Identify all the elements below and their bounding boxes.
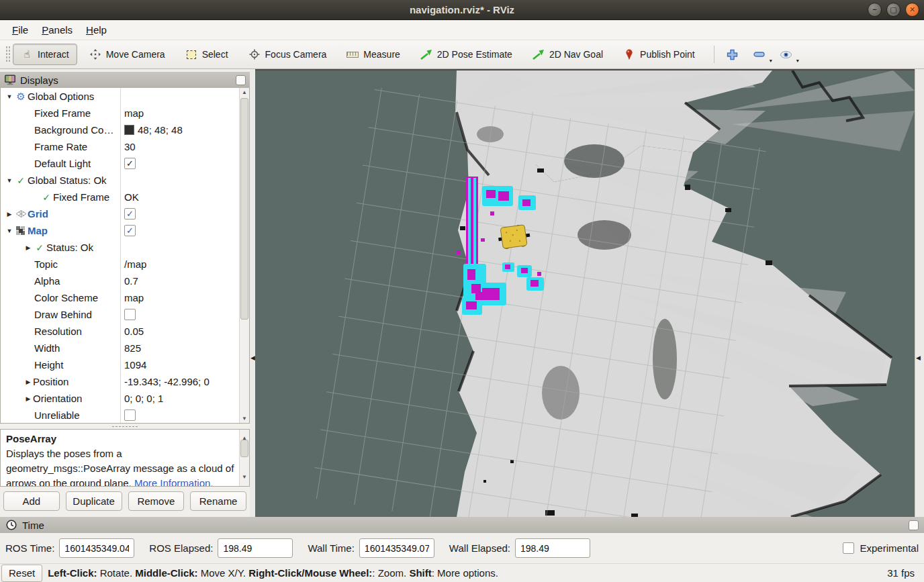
checkbox[interactable]: ✓	[124, 158, 136, 169]
property-value[interactable]: map	[120, 107, 249, 119]
property-value[interactable]: 30	[120, 141, 249, 152]
property-value[interactable]: OK	[120, 191, 249, 203]
tool-interact[interactable]: ☝Interact	[13, 44, 77, 65]
property-value[interactable]: 0.7	[120, 275, 249, 287]
scroll-up-icon[interactable]: ▲	[240, 89, 249, 95]
rename-button[interactable]: Rename	[190, 491, 246, 511]
render-viewport-3d[interactable]	[255, 69, 915, 517]
tool-publish-point[interactable]: Publish Point	[615, 44, 703, 65]
value-text[interactable]: OK	[124, 191, 139, 203]
time-field-input[interactable]	[515, 538, 590, 558]
tree-row-frame-rate[interactable]: Frame Rate30	[1, 138, 249, 155]
value-text[interactable]: 825	[124, 342, 141, 354]
experimental-checkbox[interactable]	[843, 542, 854, 554]
property-value[interactable]: -19.343; -42.996; 0	[120, 376, 249, 387]
panel-float-button[interactable]	[909, 520, 919, 530]
dropdown-arrow-icon[interactable]: ▾	[796, 58, 799, 64]
tree-row-width[interactable]: Width825	[1, 340, 249, 356]
property-value[interactable]: ✓	[120, 158, 249, 169]
value-text[interactable]: 0.05	[124, 326, 144, 337]
scroll-thumb[interactable]	[240, 440, 248, 457]
tree-row-topic[interactable]: Topic/map	[1, 256, 249, 273]
expand-right-panel-arrow-icon[interactable]: ◀	[916, 354, 921, 361]
collapse-arrow-icon[interactable]: ▶	[24, 244, 33, 251]
scroll-down-icon[interactable]: ▼	[240, 416, 249, 422]
tree-row-global-status-ok[interactable]: ▼✓Global Status: Ok	[1, 172, 249, 189]
value-text[interactable]: 0.7	[124, 275, 138, 287]
property-value[interactable]: 1094	[120, 359, 249, 371]
collapse-left-arrow-icon[interactable]: ◀	[250, 354, 255, 361]
tree-row-resolution[interactable]: Resolution0.05	[1, 323, 249, 340]
property-value[interactable]	[120, 409, 249, 421]
tree-row-fixed-frame[interactable]: Fixed Framemap	[1, 105, 249, 122]
collapse-arrow-icon[interactable]: ▶	[5, 211, 14, 217]
panel-resize-handle[interactable]: ◀	[250, 69, 255, 517]
add-tool-button[interactable]	[721, 46, 744, 62]
value-text[interactable]: map	[124, 292, 144, 303]
checkbox[interactable]	[124, 309, 136, 320]
time-field-input[interactable]	[218, 538, 293, 558]
duplicate-button[interactable]: Duplicate	[66, 491, 122, 511]
value-text[interactable]: 0; 0; 0; 1	[124, 393, 163, 404]
checkbox[interactable]: ✓	[124, 225, 136, 236]
value-text[interactable]: 30	[124, 141, 136, 152]
property-value[interactable]: /map	[120, 258, 249, 270]
value-text[interactable]: map	[124, 107, 144, 119]
property-value[interactable]: ✓	[120, 225, 249, 236]
property-value[interactable]: 48; 48; 48	[120, 124, 249, 136]
remove-tool-button[interactable]: ▾	[748, 46, 771, 62]
tree-row-background-co-[interactable]: Background Co…48; 48; 48	[1, 122, 249, 138]
expand-arrow-icon[interactable]: ▼	[5, 93, 14, 100]
tree-row-fixed-frame[interactable]: ✓Fixed FrameOK	[1, 189, 249, 205]
tool-2d-nav-goal[interactable]: 2D Nav Goal	[524, 44, 611, 65]
collapse-arrow-icon[interactable]: ▶	[24, 395, 33, 402]
tree-row-grid[interactable]: ▶Grid✓	[1, 205, 249, 222]
tree-scrollbar[interactable]: ▲ ▼	[239, 88, 249, 423]
displays-panel-header[interactable]: Displays	[0, 72, 250, 88]
titlebar[interactable]: navigation.rviz* - RViz −▢✕	[0, 0, 924, 20]
close-button[interactable]: ✕	[905, 3, 919, 17]
checkbox[interactable]	[124, 409, 136, 421]
menu-file[interactable]: File	[5, 21, 35, 38]
checkbox[interactable]: ✓	[124, 208, 136, 220]
property-value[interactable]	[120, 309, 249, 320]
tree-row-global-options[interactable]: ▼⚙Global Options	[1, 88, 249, 105]
tree-row-map[interactable]: ▼Map✓	[1, 222, 249, 239]
property-value[interactable]: ✓	[120, 208, 249, 220]
tool-measure[interactable]: Measure	[338, 44, 408, 65]
maximize-button[interactable]: ▢	[886, 3, 900, 17]
time-field-input[interactable]	[359, 538, 434, 558]
description-scrollbar[interactable]: ▲ ▼	[239, 430, 249, 486]
remove-button[interactable]: Remove	[128, 491, 185, 511]
right-panel-collapsed[interactable]: ◀	[915, 69, 924, 517]
visibility-button[interactable]: ▾	[775, 46, 798, 62]
tree-row-orientation[interactable]: ▶Orientation0; 0; 0; 1	[1, 390, 249, 407]
color-swatch[interactable]	[124, 125, 134, 135]
panel-float-button[interactable]	[236, 75, 246, 85]
collapse-arrow-icon[interactable]: ▶	[24, 379, 33, 385]
property-value[interactable]: 825	[120, 342, 249, 354]
toolbar-drag-handle-icon[interactable]	[5, 46, 10, 63]
tree-row-height[interactable]: Height1094	[1, 356, 249, 373]
tree-row-default-light[interactable]: Default Light✓	[1, 155, 249, 172]
value-text[interactable]: 48; 48; 48	[138, 124, 183, 136]
menu-panels[interactable]: Panels	[35, 21, 79, 38]
tree-row-unreliable[interactable]: Unreliable	[1, 407, 249, 424]
menu-help[interactable]: Help	[79, 21, 113, 38]
tree-row-status-ok[interactable]: ▶✓Status: Ok	[1, 239, 249, 256]
tree-row-color-scheme[interactable]: Color Schememap	[1, 289, 249, 306]
tool-focus-camera[interactable]: Focus Camera	[240, 44, 335, 65]
value-text[interactable]: /map	[124, 258, 146, 270]
more-information-link[interactable]: More Information.	[134, 477, 214, 487]
add-button[interactable]: Add	[3, 491, 60, 511]
expand-arrow-icon[interactable]: ▼	[5, 177, 14, 184]
scroll-thumb[interactable]	[240, 98, 248, 320]
minimize-button[interactable]: −	[868, 3, 882, 17]
tree-row-draw-behind[interactable]: Draw Behind	[1, 306, 249, 323]
tree-row-position[interactable]: ▶Position-19.343; -42.996; 0	[1, 373, 249, 390]
tool-2d-pose-estimate[interactable]: 2D Pose Estimate	[412, 44, 520, 65]
value-text[interactable]: 1094	[124, 359, 146, 371]
expand-arrow-icon[interactable]: ▼	[5, 228, 14, 234]
reset-button[interactable]: Reset	[1, 565, 42, 582]
property-value[interactable]: 0; 0; 0; 1	[120, 393, 249, 404]
